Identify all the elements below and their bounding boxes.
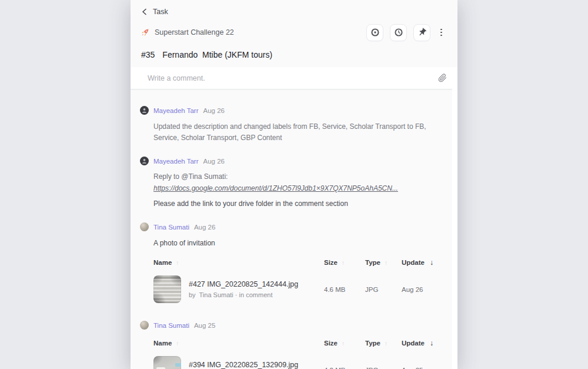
attachment-type: JPG (365, 286, 402, 293)
column-header-type[interactable]: Type ↑ (365, 340, 402, 347)
comment-composer (131, 67, 457, 89)
pin-button[interactable] (413, 24, 430, 41)
avatar (140, 106, 149, 115)
project-name[interactable]: Superstart Challenge 22 (155, 28, 234, 36)
activity-feed: Mayeadeh Tarr Aug 26 Updated the descrip… (131, 89, 457, 369)
comment-text: A photo of invitation (153, 238, 446, 249)
column-header-name[interactable]: Name ↑ (153, 259, 324, 266)
attachment-table: Name ↑ Size ↑ Type ↑ Update ↓ (153, 258, 445, 303)
attachment-meta: by Tina Sumati · in comment (189, 291, 298, 298)
attachment-size: 4.2 MB (324, 367, 365, 369)
avatar (140, 321, 149, 330)
history-button[interactable] (390, 24, 407, 41)
comment-date: Aug 26 (203, 158, 225, 165)
back-label: Task (153, 8, 168, 16)
task-id: #35 (141, 50, 155, 59)
more-options-button[interactable] (437, 26, 446, 39)
feed-item: Mayeadeh Tarr Aug 26 Reply to @Tina Suma… (140, 157, 446, 210)
avatar (140, 157, 149, 165)
comment-input[interactable] (148, 74, 431, 82)
paperclip-icon[interactable] (438, 74, 447, 82)
author-link[interactable]: Mayeadeh Tarr (153, 107, 199, 114)
column-header-update[interactable]: Update ↓ (402, 258, 445, 267)
attachment-update: Aug 25 (402, 367, 445, 369)
attachment-name[interactable]: #427 IMG_20220825_142444.jpg (189, 280, 298, 288)
chevron-left-icon (141, 8, 148, 15)
target-icon (370, 28, 380, 37)
sort-icon: ↑ (342, 340, 345, 347)
task-header: Task Superstart Challenge 22 (131, 0, 457, 67)
attachment-name[interactable]: #394 IMG_20220825_132909.jpg (189, 361, 298, 369)
column-header-size[interactable]: Size ↑ (324, 259, 365, 266)
comment-date: Aug 26 (203, 107, 225, 114)
sort-icon: ↑ (176, 340, 179, 347)
reply-line: Reply to @Tina Sumati: https://docs.goog… (153, 171, 446, 194)
sort-desc-icon: ↓ (430, 339, 433, 347)
sort-desc-icon: ↓ (430, 258, 433, 267)
column-header-type[interactable]: Type ↑ (365, 259, 402, 266)
feed-item: Tina Sumati Aug 25 Name ↑ Size ↑ Type ↑ (140, 321, 446, 369)
task-detail-panel: Task Superstart Challenge 22 (131, 0, 457, 369)
attachment-table: Name ↑ Size ↑ Type ↑ Update ↓ (153, 339, 445, 369)
avatar (140, 222, 149, 231)
comment-text: Please add the link to your drive folder… (153, 198, 446, 210)
attachment-thumbnail[interactable] (153, 356, 181, 369)
comment-date: Aug 26 (194, 224, 215, 231)
feed-item: Tina Sumati Aug 26 A photo of invitation… (140, 222, 446, 303)
column-header-update[interactable]: Update ↓ (402, 339, 445, 347)
attachment-row[interactable]: #394 IMG_20220825_132909.jpg by Tina Sum… (153, 356, 445, 369)
back-button[interactable]: Task (141, 8, 168, 16)
clock-icon (394, 28, 403, 37)
attachment-row[interactable]: #427 IMG_20220825_142444.jpg by Tina Sum… (153, 275, 445, 303)
scrollbar-track[interactable] (452, 86, 457, 369)
sort-icon: ↑ (342, 260, 345, 266)
sort-icon: ↑ (176, 260, 179, 266)
rocket-icon (141, 28, 149, 36)
attachment-update: Aug 26 (402, 286, 445, 293)
author-link[interactable]: Mayeadeh Tarr (153, 158, 199, 165)
author-link[interactable]: Tina Sumati (153, 322, 189, 329)
task-title-text: Fernando Mtibe (JKFM tours) (162, 50, 272, 59)
author-link[interactable]: Tina Sumati (153, 224, 189, 231)
target-button[interactable] (366, 24, 383, 41)
column-header-name[interactable]: Name ↑ (153, 340, 324, 347)
document-link[interactable]: https://docs.google.com/document/d/1ZHO5… (153, 184, 398, 192)
comment-text: Updated the description and changed labe… (153, 121, 446, 144)
reply-prefix: Reply to @Tina Sumati: (153, 172, 230, 181)
pin-icon (417, 28, 427, 37)
feed-item: Mayeadeh Tarr Aug 26 Updated the descrip… (140, 106, 446, 144)
comment-date: Aug 25 (194, 322, 215, 329)
attachment-size: 4.6 MB (324, 286, 365, 293)
attachment-thumbnail[interactable] (153, 275, 181, 303)
task-title: #35 Fernando Mtibe (JKFM tours) (141, 50, 446, 59)
sort-icon: ↑ (385, 260, 387, 266)
sort-icon: ↑ (385, 340, 387, 347)
column-header-size[interactable]: Size ↑ (324, 340, 365, 347)
attachment-type: JPG (365, 367, 402, 369)
